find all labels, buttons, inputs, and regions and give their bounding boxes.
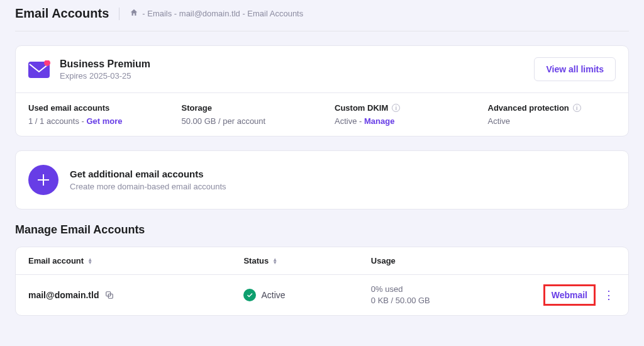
page-header: Email Accounts - Emails - mail@domain.tl… xyxy=(15,6,629,31)
add-accounts-card: Get additional email accounts Create mor… xyxy=(15,150,629,209)
plan-dkim-body: Active - Manage xyxy=(335,116,463,126)
home-icon[interactable] xyxy=(130,8,138,19)
breadcrumb-text: - Emails - mail@domain.tld - Email Accou… xyxy=(142,9,303,18)
plan-protection-title: Advanced protection i xyxy=(488,103,616,113)
check-icon xyxy=(243,289,256,301)
plan-name: Business Premium xyxy=(60,59,150,70)
more-actions-icon[interactable]: ⋮ xyxy=(602,288,616,302)
add-account-button[interactable] xyxy=(28,165,58,195)
actions-cell: Webmail ⋮ xyxy=(528,284,616,306)
copy-icon[interactable] xyxy=(105,291,114,299)
add-title: Get additional email accounts xyxy=(70,169,226,179)
manage-dkim-link[interactable]: Manage xyxy=(364,116,394,126)
email-cell: mail@domain.tld xyxy=(28,290,243,300)
plan-protection-status: Active xyxy=(488,116,616,126)
page-title: Email Accounts xyxy=(15,6,109,21)
plan-used-accounts: Used email accounts 1 / 1 accounts - Get… xyxy=(16,93,169,136)
plan-storage-value: 50.00 GB / per account xyxy=(182,116,310,126)
mail-icon xyxy=(28,60,51,78)
sort-icon: ▲▼ xyxy=(87,258,92,264)
usage-cell: 0% used 0 KB / 50.00 GB xyxy=(371,284,528,306)
column-usage: Usage xyxy=(371,256,528,265)
view-all-limits-button[interactable]: View all limits xyxy=(534,57,616,81)
plan-used-title: Used email accounts xyxy=(28,103,157,113)
plan-dkim-status: Active - xyxy=(335,116,364,126)
plan-storage-title: Storage xyxy=(182,103,310,113)
column-email[interactable]: Email account ▲▼ xyxy=(28,256,243,265)
plan-storage: Storage 50.00 GB / per account xyxy=(169,93,323,136)
plan-expiry: Expires 2025-03-25 xyxy=(60,71,150,81)
plan-dkim: Custom DKIM i Active - Manage xyxy=(322,93,475,136)
status-cell: Active xyxy=(243,289,370,301)
plan-stats: Used email accounts 1 / 1 accounts - Get… xyxy=(16,92,628,136)
plan-dkim-title: Custom DKIM i xyxy=(335,103,463,113)
get-more-link[interactable]: Get more xyxy=(87,116,123,126)
add-text: Get additional email accounts Create mor… xyxy=(70,169,226,191)
plan-used-value: 1 / 1 accounts - xyxy=(28,116,87,126)
email-address: mail@domain.tld xyxy=(28,290,99,300)
webmail-button[interactable]: Webmail xyxy=(543,284,596,306)
accounts-table: Email account ▲▼ Status ▲▼ Usage mail@do… xyxy=(15,247,629,316)
status-text: Active xyxy=(261,290,285,300)
info-icon[interactable]: i xyxy=(573,104,581,112)
usage-bytes: 0 KB / 50.00 GB xyxy=(371,295,528,306)
plan-text: Business Premium Expires 2025-03-25 xyxy=(60,59,150,81)
table-header: Email account ▲▼ Status ▲▼ Usage xyxy=(16,247,628,275)
plan-used-body: 1 / 1 accounts - Get more xyxy=(28,116,157,126)
table-row: mail@domain.tld Active 0% used 0 KB / 50… xyxy=(16,275,628,315)
sort-icon: ▲▼ xyxy=(272,258,277,264)
plan-card: Business Premium Expires 2025-03-25 View… xyxy=(15,45,629,137)
breadcrumb[interactable]: - Emails - mail@domain.tld - Email Accou… xyxy=(130,8,303,19)
column-status[interactable]: Status ▲▼ xyxy=(243,256,370,265)
add-subtitle: Create more domain-based email accounts xyxy=(70,182,226,191)
divider xyxy=(119,8,119,20)
plan-protection: Advanced protection i Active xyxy=(475,93,629,136)
info-icon[interactable]: i xyxy=(392,104,400,112)
usage-percent: 0% used xyxy=(371,284,528,295)
manage-section-title: Manage Email Accounts xyxy=(15,223,629,237)
plan-summary: Business Premium Expires 2025-03-25 View… xyxy=(16,46,628,92)
